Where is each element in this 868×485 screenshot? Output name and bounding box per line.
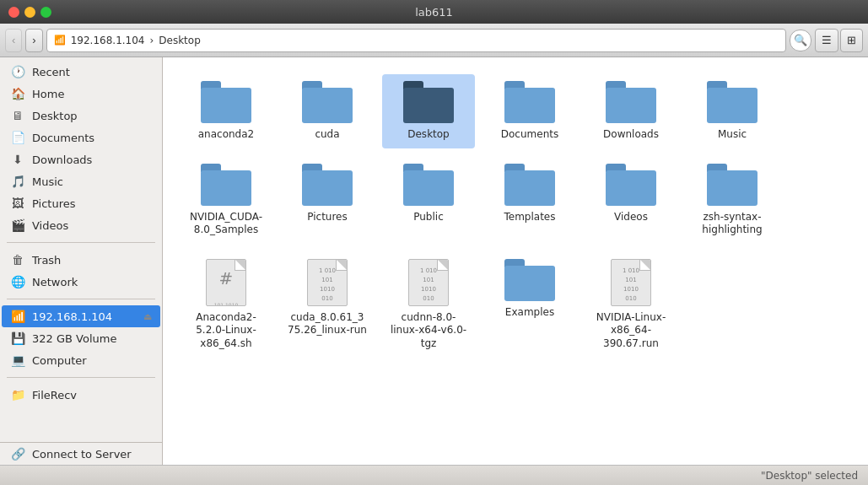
- sidebar-places: 🕐 Recent 🏠 Home 🖥 Desktop 📄 Documents ⬇ …: [0, 57, 162, 240]
- home-icon: 🏠: [10, 87, 25, 100]
- status-text: "Desktop" selected: [761, 470, 858, 482]
- sidebar-item-downloads[interactable]: ⬇ Downloads: [2, 148, 160, 170]
- sidebar-item-documents[interactable]: 📄 Documents: [2, 127, 160, 148]
- folder-icon-pictures: [302, 164, 353, 206]
- doc-icon-cudnn-tgz: 1 0101011010010101: [408, 259, 449, 306]
- minimize-button[interactable]: [24, 7, 35, 18]
- doc-icon-cuda-run: 1 0101011010010101: [307, 259, 348, 306]
- file-item-nvidia-run[interactable]: 1 0101011010010101 NVIDIA-Linux-x86_64-3…: [585, 252, 677, 358]
- sidebar-item-music[interactable]: 🎵 Music: [2, 170, 160, 192]
- filerecv-icon: 📁: [10, 388, 25, 401]
- volume-icon: 💾: [10, 331, 25, 345]
- sidebar-item-pictures[interactable]: 🖼 Pictures: [2, 192, 160, 214]
- location-ip: 192.168.1.104: [71, 35, 145, 46]
- file-item-anaconda2[interactable]: anaconda2: [180, 74, 272, 148]
- recent-icon: 🕐: [10, 65, 25, 78]
- file-item-music[interactable]: Music: [686, 74, 779, 148]
- music-icon: 🎵: [10, 175, 25, 188]
- close-button[interactable]: [8, 7, 19, 18]
- file-item-cuda-run[interactable]: 1 0101011010010101 cuda_8.0.61_375.26_li…: [281, 252, 374, 358]
- list-view-button[interactable]: ☰: [815, 29, 838, 52]
- file-name-examples: Examples: [505, 306, 554, 320]
- connect-icon: 🔗: [10, 447, 25, 461]
- sidebar-item-filerecv[interactable]: 📁 FileRecv: [2, 384, 160, 406]
- file-item-pictures[interactable]: Pictures: [281, 157, 374, 244]
- window-title: lab611: [415, 6, 453, 19]
- file-item-downloads[interactable]: Downloads: [585, 74, 677, 148]
- file-name-nvidia-cuda: NVIDIA_CUDA-8.0_Samples: [186, 211, 266, 237]
- file-name-cuda: cuda: [315, 128, 339, 142]
- folder-icon-templates: [504, 164, 555, 206]
- eject-button[interactable]: ⏏: [143, 311, 152, 322]
- maximize-button[interactable]: [40, 7, 51, 18]
- grid-view-button[interactable]: ⊞: [840, 29, 863, 52]
- sidebar-item-recent[interactable]: 🕐 Recent: [2, 61, 160, 83]
- file-name-anaconda-sh: Anaconda2-5.2.0-Linux-x86_64.sh: [186, 311, 266, 351]
- file-item-documents[interactable]: Documents: [483, 74, 576, 148]
- file-item-desktop[interactable]: Desktop: [382, 74, 475, 148]
- file-name-cuda-run: cuda_8.0.61_375.26_linux-run: [288, 311, 367, 337]
- sidebar-item-network[interactable]: 🌐 Network: [2, 271, 160, 293]
- file-name-cudnn-tgz: cudnn-8.0-linux-x64-v6.0-tgz: [389, 311, 468, 351]
- file-item-examples[interactable]: Examples: [483, 252, 576, 358]
- window-controls[interactable]: [8, 7, 51, 18]
- file-item-zsh[interactable]: zsh-syntax-highlighting: [686, 157, 779, 244]
- doc-icon-anaconda-sh: # 101 10101011010: [206, 259, 246, 306]
- sidebar-item-home[interactable]: 🏠 Home: [2, 83, 160, 105]
- folder-icon-zsh: [707, 164, 757, 206]
- sidebar-devices: 📶 192.168.1.104 ⏏ 💾 322 GB Volume 💻 Comp…: [0, 302, 162, 375]
- server-icon: 📶: [10, 310, 25, 323]
- sidebar-item-videos[interactable]: 🎬 Videos: [2, 214, 160, 236]
- file-item-cudnn-tgz[interactable]: 1 0101011010010101 cudnn-8.0-linux-x64-v…: [382, 252, 475, 358]
- sidebar-item-volume[interactable]: 💾 322 GB Volume: [2, 327, 160, 349]
- file-item-templates[interactable]: Templates: [483, 157, 576, 244]
- videos-icon: 🎬: [10, 218, 25, 232]
- sidebar-divider-3: [7, 377, 155, 378]
- sidebar-bookmarks: 📁 FileRecv: [0, 380, 162, 409]
- sidebar-item-computer[interactable]: 💻 Computer: [2, 349, 160, 371]
- file-item-public[interactable]: Public: [382, 157, 475, 244]
- documents-icon: 📄: [10, 131, 25, 144]
- sidebar-item-connect-server[interactable]: 🔗 Connect to Server: [2, 443, 160, 465]
- location-path: Desktop: [159, 35, 201, 46]
- folder-icon-examples: [504, 259, 555, 301]
- folder-icon-desktop: [403, 81, 454, 123]
- statusbar: "Desktop" selected: [0, 465, 868, 485]
- file-item-videos[interactable]: Videos: [585, 157, 677, 244]
- wifi-icon: 📶: [54, 35, 66, 46]
- folder-icon-documents: [504, 81, 555, 123]
- sidebar-label-connect: Connect to Server: [32, 448, 132, 461]
- file-name-nvidia-run: NVIDIA-Linux-x86_64-390.67.run: [591, 311, 671, 351]
- folder-icon-cuda: [302, 81, 353, 123]
- sidebar-label-pictures: Pictures: [32, 197, 75, 210]
- back-button[interactable]: ‹: [5, 29, 22, 52]
- toolbar: ‹ › 📶 192.168.1.104 › Desktop 🔍 ☰ ⊞: [0, 24, 868, 57]
- sidebar-label-recent: Recent: [32, 66, 70, 78]
- sidebar-item-trash[interactable]: 🗑 Trash: [2, 249, 160, 271]
- sidebar-label-computer: Computer: [32, 354, 87, 367]
- file-name-downloads: Downloads: [603, 128, 659, 142]
- sidebar-item-ip-server[interactable]: 📶 192.168.1.104 ⏏: [2, 305, 160, 327]
- folder-icon-public: [403, 164, 454, 206]
- forward-button[interactable]: ›: [25, 29, 42, 52]
- file-item-cuda[interactable]: cuda: [281, 74, 374, 148]
- sidebar: 🕐 Recent 🏠 Home 🖥 Desktop 📄 Documents ⬇ …: [0, 57, 163, 465]
- file-name-pictures: Pictures: [307, 211, 348, 224]
- view-buttons: ☰ ⊞: [815, 29, 863, 52]
- sidebar-label-volume: 322 GB Volume: [32, 332, 116, 345]
- file-item-nvidia-cuda[interactable]: NVIDIA_CUDA-8.0_Samples: [180, 157, 272, 244]
- file-name-music: Music: [718, 128, 747, 142]
- location-bar[interactable]: 📶 192.168.1.104 › Desktop: [46, 29, 786, 52]
- sidebar-label-documents: Documents: [32, 132, 94, 144]
- sidebar-label-ip: 192.168.1.104: [32, 310, 112, 323]
- sidebar-label-filerecv: FileRecv: [32, 389, 77, 401]
- sidebar-label-desktop: Desktop: [32, 110, 78, 122]
- sidebar-system: 🗑 Trash 🌐 Network: [0, 245, 162, 296]
- search-button[interactable]: 🔍: [790, 30, 811, 51]
- sidebar-item-desktop[interactable]: 🖥 Desktop: [2, 105, 160, 127]
- downloads-icon: ⬇: [10, 153, 25, 166]
- file-item-anaconda-sh[interactable]: # 101 10101011010 Anaconda2-5.2.0-Linux-…: [180, 252, 272, 358]
- folder-icon-videos: [606, 164, 656, 206]
- folder-icon-music: [707, 81, 757, 123]
- computer-icon: 💻: [10, 353, 25, 367]
